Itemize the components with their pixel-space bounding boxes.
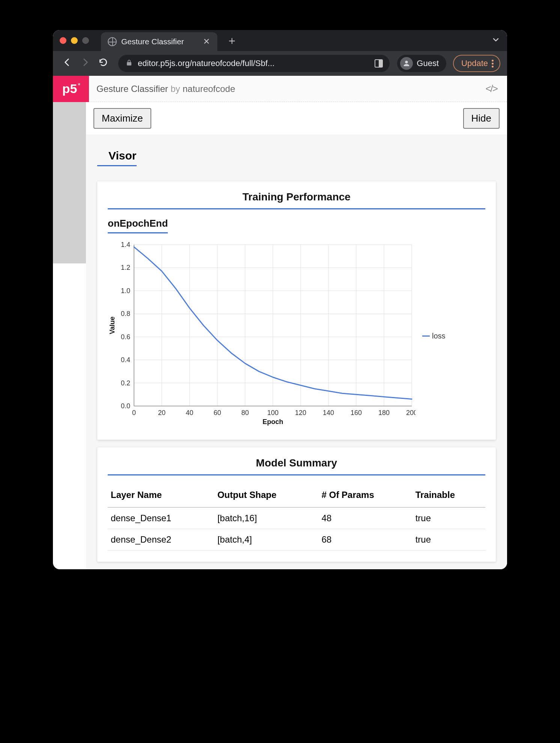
- globe-icon: [108, 37, 117, 46]
- card-title: Training Performance: [108, 191, 485, 209]
- address-bar[interactable]: editor.p5js.org/natureofcode/full/Sbf...: [118, 55, 390, 72]
- model-summary-table: Layer NameOutput Shape# Of ParamsTrainab…: [108, 484, 485, 550]
- svg-text:120: 120: [295, 409, 306, 417]
- hide-button[interactable]: Hide: [463, 108, 500, 129]
- svg-text:160: 160: [351, 409, 362, 417]
- svg-text:0.2: 0.2: [121, 379, 130, 387]
- svg-text:20: 20: [158, 409, 166, 417]
- update-label: Update: [461, 59, 488, 68]
- table-cell: 48: [319, 507, 412, 529]
- table-cell: dense_Dense1: [108, 507, 214, 529]
- model-summary-card: Model Summary Layer NameOutput Shape# Of…: [97, 447, 496, 562]
- profile-label: Guest: [417, 59, 439, 68]
- svg-text:0.8: 0.8: [121, 310, 130, 317]
- svg-text:0: 0: [132, 409, 136, 417]
- svg-text:Epoch: Epoch: [262, 418, 283, 426]
- p5-logo-text: p5: [62, 81, 77, 96]
- window-controls: [60, 37, 89, 44]
- card-subtitle: onEpochEnd: [108, 218, 168, 233]
- close-window-icon[interactable]: [60, 37, 66, 44]
- svg-text:0.4: 0.4: [121, 356, 130, 364]
- svg-text:1.4: 1.4: [121, 241, 130, 248]
- chrome-titlebar: Gesture Classifier ✕ ＋ editor.p5j: [53, 30, 507, 76]
- p5-logo-star: *: [78, 82, 80, 90]
- loss-chart: 0204060801001201401601802000.00.20.40.60…: [108, 241, 485, 429]
- by-label: by: [170, 84, 180, 94]
- new-tab-button[interactable]: ＋: [223, 33, 238, 48]
- card-title: Model Summary: [108, 457, 485, 475]
- table-header: # Of Params: [319, 484, 412, 507]
- svg-text:180: 180: [378, 409, 390, 417]
- minimize-window-icon[interactable]: [71, 37, 78, 44]
- p5-logo[interactable]: p5*: [53, 76, 89, 102]
- tab-strip: Gesture Classifier ✕ ＋: [53, 30, 507, 51]
- update-button[interactable]: Update: [453, 55, 500, 72]
- table-cell: dense_Dense2: [108, 529, 214, 550]
- more-icon: [492, 60, 494, 68]
- tabs-dropdown-icon[interactable]: [491, 35, 500, 46]
- sketch-info: Gesture Classifier by natureofcode: [89, 84, 235, 94]
- maximize-button[interactable]: Maximize: [93, 108, 151, 129]
- table-cell: true: [412, 507, 485, 529]
- lock-icon: [126, 59, 132, 68]
- svg-text:140: 140: [323, 409, 334, 417]
- close-tab-icon[interactable]: ✕: [203, 37, 210, 47]
- table-cell: [batch,16]: [214, 507, 319, 529]
- table-header: Output Shape: [214, 484, 319, 507]
- profile-chip[interactable]: Guest: [397, 55, 446, 72]
- p5-header: p5* Gesture Classifier by natureofcode <…: [53, 76, 507, 102]
- svg-text:200: 200: [406, 409, 415, 417]
- table-header: Layer Name: [108, 484, 214, 507]
- svg-text:1.2: 1.2: [121, 264, 130, 271]
- table-row: dense_Dense1[batch,16]48true: [108, 507, 485, 529]
- sketch-author[interactable]: natureofcode: [182, 84, 235, 94]
- code-view-icon[interactable]: </>: [485, 83, 497, 95]
- svg-text:80: 80: [241, 409, 249, 417]
- svg-text:Value: Value: [108, 316, 116, 334]
- browser-toolbar: editor.p5js.org/natureofcode/full/Sbf...…: [53, 51, 507, 76]
- svg-text:40: 40: [186, 409, 193, 417]
- side-panel-icon[interactable]: [375, 59, 383, 68]
- legend-swatch-icon: [422, 335, 430, 337]
- svg-text:0.0: 0.0: [121, 402, 130, 410]
- chart-svg: 0204060801001201401601802000.00.20.40.60…: [108, 241, 415, 429]
- forward-button[interactable]: [78, 57, 93, 70]
- training-performance-card: Training Performance onEpochEnd 02040608…: [97, 181, 496, 440]
- browser-tab[interactable]: Gesture Classifier ✕: [101, 32, 217, 51]
- visor-panel: Maximize Hide Visor Training Performance…: [86, 102, 507, 569]
- svg-text:100: 100: [267, 409, 278, 417]
- visor-tab[interactable]: Visor: [97, 139, 137, 166]
- sketch-canvas[interactable]: [53, 102, 86, 263]
- legend-label: loss: [432, 332, 446, 340]
- browser-window: Gesture Classifier ✕ ＋ editor.p5j: [53, 30, 507, 569]
- url-text: editor.p5js.org/natureofcode/full/Sbf...: [138, 59, 274, 68]
- svg-text:1.0: 1.0: [121, 287, 130, 295]
- sketch-title: Gesture Classifier: [96, 84, 168, 94]
- table-cell: [batch,4]: [214, 529, 319, 550]
- table-cell: true: [412, 529, 485, 550]
- table-header: Trainable: [412, 484, 485, 507]
- visor-toolbar: Maximize Hide: [86, 102, 507, 135]
- reload-button[interactable]: [96, 57, 111, 70]
- svg-text:0.6: 0.6: [121, 333, 130, 341]
- content-row: Maximize Hide Visor Training Performance…: [53, 102, 507, 569]
- back-button[interactable]: [60, 57, 75, 70]
- fullscreen-window-icon[interactable]: [82, 37, 89, 44]
- table-row: dense_Dense2[batch,4]68true: [108, 529, 485, 550]
- chart-legend: loss: [422, 241, 446, 429]
- table-cell: 68: [319, 529, 412, 550]
- tab-title: Gesture Classifier: [121, 37, 184, 46]
- avatar-icon: [400, 57, 413, 70]
- svg-text:60: 60: [214, 409, 221, 417]
